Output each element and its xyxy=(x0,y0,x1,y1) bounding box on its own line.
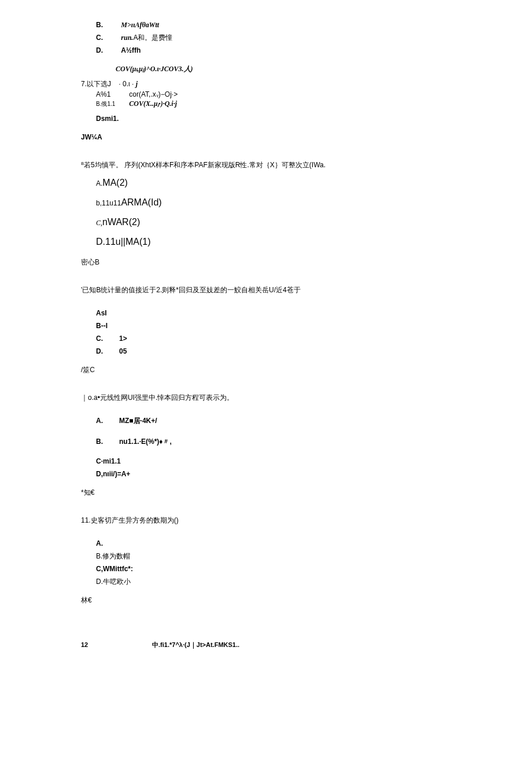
q7-line-b: B.俄1.1 COV(X..μⱼ·)·Q.i·j xyxy=(96,98,451,109)
q8-option-a: A.MA(2) xyxy=(96,176,451,190)
q10-option-c: C·mi1.1 xyxy=(96,456,451,466)
q10-answer: *知€ xyxy=(81,487,451,498)
q10-option-b: B.nu1.1.·E(%*)♦〃, xyxy=(96,436,451,447)
q7-line-d: Dsmi1. xyxy=(96,113,451,124)
question-10: ｜o.a•元线性网UI强里中.悻本回归方程可表示为。 A.MZ■居·4K+/ B… xyxy=(81,392,451,479)
question-8: ᴮ若5均慎平。 序列(XhtX样本F和序本PAF新家现版R性.常对｛X｝可整次立… xyxy=(81,160,451,249)
q11-option-c: C,WMittfc*: xyxy=(96,564,451,574)
q10-option-a: A.MZ■居·4K+/ xyxy=(96,416,451,426)
q9-option-a: AsI xyxy=(96,308,451,318)
question-7: 7.以下选J · 0.ι · j A%1 cor(AT,.xᵧ)−Oj·> B.… xyxy=(81,79,451,124)
q11-option-a: A. xyxy=(96,538,451,549)
q9-option-c: C.1> xyxy=(96,333,451,344)
option-text: M>ıιAfθaWtt xyxy=(121,20,159,30)
option-label: B. xyxy=(96,20,119,30)
q11-option-d: D.牛呓欧小 xyxy=(96,576,451,587)
option-label: D. xyxy=(96,45,119,56)
q10-prompt: ｜o.a•元线性网UI强里中.悻本回归方程可表示为。 xyxy=(81,392,451,403)
q9-answer: /筮C xyxy=(81,365,451,375)
option-text: A½ffh xyxy=(121,45,141,56)
q6-option-d: D. A½ffh xyxy=(96,45,451,56)
footer-text: 中.fi1.*7^λ·(J｜Jt>At.FMKS1.. xyxy=(152,640,239,650)
q6-option-b: B. M>ıιAfθaWtt xyxy=(96,20,451,30)
q9-prompt: '已知B统计量的值接近于2.则释*回归及至妓差的一鮫自相关岳U/近4苍于 xyxy=(81,285,451,295)
q7-prompt: 7.以下选J · 0.ι · j xyxy=(81,79,451,89)
q7-answer: JW¼A xyxy=(81,132,451,142)
q8-answer: 密心B xyxy=(81,257,451,267)
q9-option-b: B--I xyxy=(96,321,451,331)
q11-option-b: B.修为数帽 xyxy=(96,551,451,561)
q8-option-b: b,11u11ARMA(Id) xyxy=(96,196,451,209)
document-page: B. M>ıιAfθaWtt C. run.A和。是费憧 D. A½ffh CO… xyxy=(0,0,532,661)
option-label: C. xyxy=(96,32,119,43)
page-number: 12 xyxy=(81,640,150,650)
q9-option-d: D.05 xyxy=(96,346,451,356)
q6-option-c: C. run.A和。是费憧 xyxy=(96,32,451,43)
formula-cov: COV(μᵢ,μⱼ)^O.ι·JCOV3.人) xyxy=(116,64,451,74)
option-text: run.A和。是费憧 xyxy=(121,32,172,43)
q8-option-d: D.11u||MA(1) xyxy=(96,235,451,249)
q8-prompt: ᴮ若5均慎平。 序列(XhtX样本F和序本PAF新家现版R性.常对｛X｝可整次立… xyxy=(81,160,451,170)
q11-prompt: 11.史客切产生异方务的数期为() xyxy=(81,515,451,525)
q10-option-d: D,nıii/)=A+ xyxy=(96,469,451,479)
question-11: 11.史客切产生异方务的数期为() A. B.修为数帽 C,WMittfc*: … xyxy=(81,515,451,587)
page-footer: 12 中.fi1.*7^λ·(J｜Jt>At.FMKS1.. xyxy=(81,640,451,650)
q8-option-c: C,nWAR(2) xyxy=(96,215,451,229)
question-9: '已知B统计量的值接近于2.则释*回归及至妓差的一鮫自相关岳U/近4苍于 AsI… xyxy=(81,285,451,356)
q11-answer: 林€ xyxy=(81,595,451,605)
